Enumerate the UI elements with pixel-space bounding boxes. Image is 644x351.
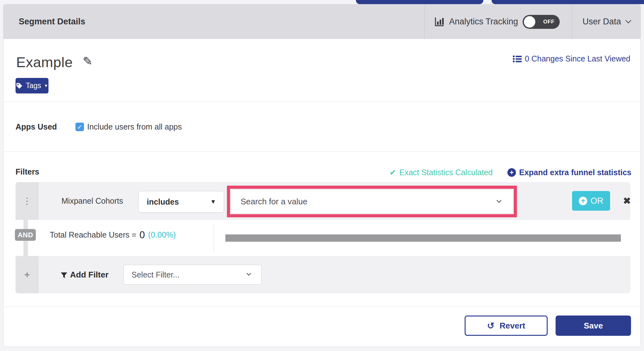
- caret-down-icon: ▼: [44, 83, 48, 88]
- tag-icon: [16, 82, 23, 89]
- reachable-users-percent: (0.00%): [148, 230, 176, 239]
- plus-icon: +: [24, 269, 30, 280]
- select-filter-dropdown[interactable]: Select Filter...: [123, 265, 262, 285]
- user-data-dropdown[interactable]: User Data: [583, 4, 630, 39]
- undo-icon: ↺: [487, 321, 494, 331]
- bar-chart-icon: [434, 16, 445, 27]
- filter-operator-value: includes: [147, 197, 179, 207]
- chevron-down-icon: [247, 271, 251, 276]
- filters-section-title: Filters: [16, 167, 39, 176]
- drag-dots-icon: ⋮: [23, 196, 32, 206]
- filter-row: ⋮ Mixpanel Cohorts includes ▼ Search for…: [16, 182, 630, 220]
- apps-used-label: Apps Used: [16, 122, 57, 131]
- expand-funnel-statistics-link[interactable]: + Expand extra funnel statistics: [507, 168, 631, 177]
- top-cutoff-button-right[interactable]: [492, 0, 644, 4]
- changelog-list-icon: [513, 55, 522, 63]
- analytics-tracking-label: Analytics Tracking: [449, 17, 518, 27]
- caret-down-icon: ▼: [210, 198, 216, 205]
- total-reachable-users: Total Reachable Users = 0 (0.00%): [50, 220, 176, 250]
- user-data-label: User Data: [583, 17, 621, 27]
- revert-button-label: Revert: [499, 321, 525, 331]
- reachable-users-bar: [225, 234, 621, 242]
- checkmark-icon: ✓: [77, 123, 82, 131]
- exact-statistics-status: ✔ Exact Statistics Calculated: [390, 168, 493, 177]
- analytics-tracking-toggle[interactable]: OFF: [523, 15, 560, 29]
- filter-drag-handle[interactable]: ⋮: [16, 182, 39, 220]
- select-filter-placeholder: Select Filter...: [132, 270, 179, 279]
- expand-funnel-statistics-label: Expand extra funnel statistics: [519, 168, 631, 177]
- filter-value-select[interactable]: Search for a value: [231, 189, 513, 214]
- add-filter-plus-handle[interactable]: +: [16, 256, 39, 293]
- exact-statistics-label: Exact Statistics Calculated: [399, 168, 493, 177]
- changes-since-last-viewed-link[interactable]: 0 Changes Since Last Viewed: [513, 54, 630, 63]
- toggle-knob: [524, 16, 535, 28]
- segment-name: Example: [16, 54, 73, 71]
- divider: [3, 102, 641, 102]
- segment-details-card: Segment Details Analytics Tracking OFF U…: [3, 4, 641, 347]
- toggle-state-label: OFF: [543, 15, 555, 29]
- or-button-label: OR: [590, 196, 603, 206]
- filter-operator-select[interactable]: includes ▼: [138, 191, 224, 213]
- tags-button[interactable]: Tags ▼: [16, 78, 48, 93]
- funnel-icon: [61, 271, 68, 279]
- edit-pencil-icon[interactable]: ✎: [83, 54, 93, 68]
- add-filter-label: Add Filter: [70, 270, 108, 280]
- page-title: Segment Details: [19, 4, 85, 39]
- include-all-apps-checkbox[interactable]: ✓: [75, 123, 84, 131]
- changes-link-label: 0 Changes Since Last Viewed: [525, 54, 630, 63]
- add-filter-label-group: Add Filter: [61, 256, 108, 293]
- reachable-users-label: Total Reachable Users =: [50, 230, 136, 239]
- plus-circle-icon: +: [507, 168, 516, 177]
- analytics-tracking-group: Analytics Tracking OFF: [434, 4, 560, 39]
- add-or-condition-button[interactable]: + OR: [572, 191, 610, 211]
- header-divider: [424, 4, 425, 39]
- header-divider: [572, 4, 572, 39]
- filter-name: Mixpanel Cohorts: [61, 182, 123, 220]
- top-cutoff-button-left[interactable]: [356, 0, 483, 4]
- card-header: Segment Details Analytics Tracking OFF U…: [3, 4, 641, 39]
- divider: [3, 151, 641, 152]
- include-all-apps-label: Include users from all apps: [87, 122, 182, 131]
- save-button[interactable]: Save: [556, 316, 631, 336]
- remove-filter-icon[interactable]: ✖: [623, 195, 631, 206]
- add-filter-row: + Add Filter Select Filter...: [16, 256, 630, 293]
- check-icon: ✔: [390, 168, 396, 177]
- filter-value-placeholder: Search for a value: [241, 197, 307, 207]
- revert-button[interactable]: ↺ Revert: [465, 316, 548, 336]
- plus-circle-icon: +: [579, 197, 587, 205]
- stats-row: AND Total Reachable Users = 0 (0.00%): [16, 220, 630, 256]
- divider: [3, 307, 641, 307]
- reachable-users-value: 0: [139, 229, 145, 241]
- value-select-highlight: Search for a value: [227, 186, 517, 217]
- chevron-down-icon: [625, 17, 631, 23]
- and-badge: AND: [15, 229, 36, 241]
- chevron-down-icon: [497, 198, 502, 203]
- tags-button-label: Tags: [26, 81, 41, 90]
- stats-divider: [214, 225, 214, 252]
